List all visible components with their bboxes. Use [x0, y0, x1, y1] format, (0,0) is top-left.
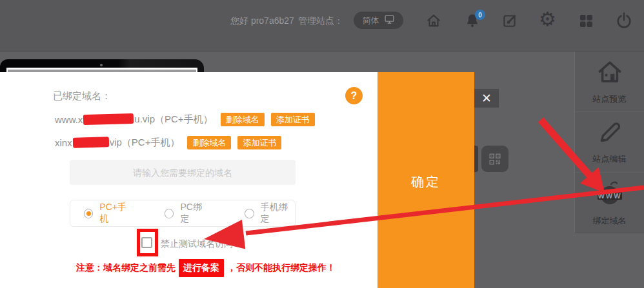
- gear-icon[interactable]: ⚙: [539, 8, 556, 30]
- edit-icon[interactable]: [501, 12, 518, 29]
- record-filing-warning: 注意：域名绑定之前需先 进行备案 ，否则不能执行绑定操作！: [76, 260, 336, 276]
- delete-domain-button[interactable]: 删除域名: [221, 113, 265, 126]
- www-icon-text: WWW: [598, 192, 621, 200]
- bound-domain-row: xinx vip（PC+手机） 删除域名 添加证书: [55, 134, 281, 151]
- bind-domain-modal: ? 已绑定域名： www.x u.vip（PC+手机） 删除域名 添加证书 xi…: [0, 72, 377, 288]
- bind-mode-radio-group: PC+手机 PC绑定 手机绑定: [70, 200, 296, 227]
- pencil-icon: [597, 120, 623, 148]
- hidden-button-sliver: [474, 146, 478, 172]
- domain-input[interactable]: [70, 160, 296, 185]
- checkbox-label: 禁止测试域名访问: [161, 238, 233, 250]
- laptop-camera-dot: [100, 64, 103, 66]
- sidebar-item-bind-domain[interactable]: WWW 绑定域名: [575, 173, 644, 233]
- filing-badge[interactable]: 进行备案: [179, 259, 224, 277]
- sidebar-item-label: 站点预览: [593, 93, 627, 105]
- radio-pc-only[interactable]: PC绑定: [165, 202, 209, 225]
- sidebar-item-label: 绑定域名: [593, 215, 627, 227]
- www-globe-icon: WWW: [594, 179, 626, 210]
- bound-domain-row: www.x u.vip（PC+手机） 删除域名 添加证书: [55, 111, 315, 128]
- radio-dot: [165, 209, 174, 218]
- confirm-button-label: 确定: [377, 173, 474, 191]
- house-icon: [596, 59, 624, 88]
- confirm-button[interactable]: 确定: [377, 72, 474, 288]
- power-icon[interactable]: [615, 11, 633, 29]
- domain-text-post: u.vip（PC+手机）: [134, 113, 212, 126]
- radio-dot: [245, 209, 254, 218]
- language-label: 简体: [363, 15, 379, 26]
- language-toggle-button[interactable]: 简体: [354, 12, 403, 29]
- bound-domains-title: 已绑定域名：: [53, 90, 111, 102]
- monitor-icon: [384, 14, 395, 26]
- red-scribble-redaction: [83, 113, 134, 125]
- domain-text-pre: www.x: [55, 114, 83, 125]
- apps-grid-icon[interactable]: [578, 13, 594, 28]
- add-certificate-button[interactable]: 添加证书: [271, 113, 315, 126]
- red-scribble-redaction: [72, 137, 108, 148]
- sidebar-item-site-preview[interactable]: 站点预览: [575, 52, 644, 112]
- radio-dot: [84, 209, 93, 218]
- home-icon[interactable]: [425, 12, 442, 29]
- forbid-test-domain-checkbox[interactable]: [141, 237, 152, 248]
- qr-code-button[interactable]: [481, 146, 508, 172]
- notification-count-badge: 0: [475, 10, 485, 20]
- domain-text-post: vip（PC+手机）: [110, 137, 180, 149]
- user-greeting: 您好 pro7a6b27: [230, 15, 294, 27]
- right-sidebar: 站点预览 站点编辑 WWW 绑定域名: [574, 52, 644, 233]
- sidebar-item-site-edit[interactable]: 站点编辑: [575, 112, 644, 173]
- radio-mobile-only[interactable]: 手机绑定: [245, 202, 295, 225]
- manage-site-label: 管理站点：: [298, 15, 343, 27]
- top-header-bar: 您好 pro7a6b27 管理站点： 简体 0: [0, 0, 644, 52]
- screen: 您好 pro7a6b27 管理站点： 简体 0: [0, 0, 644, 288]
- domain-text-pre: xinx: [55, 137, 72, 148]
- radio-pc-and-mobile[interactable]: PC+手机: [84, 202, 134, 225]
- help-icon[interactable]: ?: [345, 87, 363, 104]
- delete-domain-button[interactable]: 删除域名: [187, 136, 231, 149]
- sidebar-item-label: 站点编辑: [593, 153, 627, 165]
- close-icon[interactable]: ✕: [474, 89, 499, 108]
- add-certificate-button[interactable]: 添加证书: [237, 136, 281, 149]
- qr-code-icon: [488, 152, 502, 166]
